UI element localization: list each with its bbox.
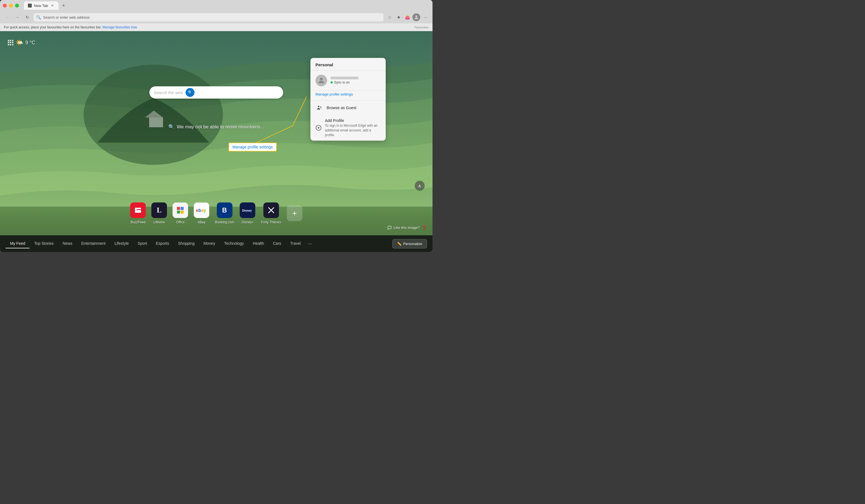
tab-bar: New Tab ✕ + [24, 1, 67, 10]
like-image-label: Like this image? [393, 225, 420, 230]
quick-link-booking[interactable]: B Booking.com [215, 202, 234, 224]
lifewire-label: Lifewire [153, 220, 165, 224]
minimize-traffic-light[interactable] [9, 4, 13, 8]
favourites-bar: For quick access, place your favourites … [0, 23, 432, 31]
tab-cars[interactable]: Cars [269, 239, 286, 248]
dropdown-title: Personal [310, 58, 386, 71]
main-content: 🌤️ 9 °C Search the web 🔍 🔍 We may not be… [0, 31, 432, 252]
personalize-button[interactable]: ✏️ Personalize [392, 239, 427, 248]
manage-profile-settings-link-dropdown[interactable]: Manage profile settings [310, 91, 386, 101]
tab-technology[interactable]: Technology [220, 239, 248, 248]
active-tab[interactable]: New Tab ✕ [24, 1, 58, 10]
tab-health[interactable]: Health [248, 239, 268, 248]
browse-as-guest-item[interactable]: Browse as Guest [310, 101, 386, 115]
add-profile-label: Add Profile [325, 118, 381, 123]
new-tab-button[interactable]: + [60, 2, 67, 10]
disney-icon: Disney + [240, 202, 255, 218]
tab-cars-label: Cars [273, 241, 281, 246]
apps-grid-icon[interactable] [8, 40, 13, 45]
svg-rect-6 [181, 207, 184, 210]
tab-entertainment-label: Entertainment [81, 241, 106, 246]
tab-esports-label: Esports [156, 241, 169, 246]
buzzfeed-icon [130, 202, 146, 218]
quick-link-ebay[interactable]: ebay eBay [194, 202, 209, 224]
address-bar[interactable]: 🔍 Search or enter web address [33, 13, 383, 21]
quick-link-office[interactable]: Office [173, 202, 188, 224]
sync-status: Sync is on [331, 81, 358, 84]
close-traffic-light[interactable] [3, 4, 7, 8]
search-submit-button[interactable]: 🔍 [186, 88, 195, 97]
quick-link-disney[interactable]: Disney + Disney+ [240, 202, 255, 224]
collections-icon[interactable]: ★ [395, 13, 402, 21]
svg-point-0 [415, 15, 417, 17]
tab-esports[interactable]: Esports [152, 239, 174, 248]
search-input-container: Search the web 🔍 [149, 86, 283, 98]
svg-text:ebay: ebay [196, 208, 206, 213]
svg-rect-7 [177, 211, 180, 213]
browser-window: New Tab ✕ + ← → ↻ 🔍 Search or enter web … [0, 0, 432, 252]
add-profile-item[interactable]: Add Profile To sign in to Microsoft Edge… [310, 115, 386, 141]
add-profile-content: Add Profile To sign in to Microsoft Edge… [325, 118, 381, 137]
tab-close-button[interactable]: ✕ [50, 3, 55, 8]
address-search-icon: 🔍 [36, 15, 41, 20]
tab-travel[interactable]: Travel [286, 239, 305, 248]
browse-as-guest-label: Browse as Guest [326, 106, 356, 110]
back-button[interactable]: ← [3, 13, 11, 21]
weather-temperature: 9 °C [25, 40, 35, 46]
tab-travel-label: Travel [290, 241, 301, 246]
tab-sport[interactable]: Sport [133, 239, 151, 248]
quick-link-lifewire[interactable]: L Lifewire [151, 202, 167, 224]
office-icon [173, 202, 188, 218]
forward-button[interactable]: → [13, 13, 21, 21]
booking-label: Booking.com [215, 220, 234, 224]
add-profile-icon [315, 124, 322, 132]
sync-dot [331, 81, 333, 83]
profile-name-bar [331, 77, 358, 79]
svg-point-16 [320, 106, 321, 107]
nav-bar: ← → ↻ 🔍 Search or enter web address ☆ ★ … [0, 11, 432, 23]
svg-rect-3 [149, 117, 163, 127]
settings-more-icon[interactable]: ⋯ [422, 13, 429, 21]
tab-money[interactable]: Money [199, 239, 220, 248]
tab-topstories[interactable]: Top Stories [30, 239, 58, 248]
traffic-lights [3, 4, 19, 8]
tab-news[interactable]: News [58, 239, 77, 248]
tab-lifestyle-label: Lifestyle [115, 241, 129, 246]
bottom-nav: My Feed Top Stories News Entertainment L… [0, 235, 432, 252]
manage-favourites-link[interactable]: Manage favourites now [103, 25, 137, 29]
svg-text:+: + [250, 209, 252, 212]
scroll-up-button[interactable]: ∧ [415, 181, 425, 191]
weather-icon: 🌤️ [15, 39, 23, 46]
svg-point-15 [318, 106, 320, 107]
quick-link-buzzfeed[interactable]: BuzzFeed [130, 202, 146, 224]
profile-button[interactable] [413, 13, 420, 21]
more-tabs-button[interactable]: ⋯ [305, 239, 315, 249]
tab-technology-label: Technology [224, 241, 244, 246]
tab-lifestyle[interactable]: Lifestyle [110, 239, 133, 248]
tab-shopping[interactable]: Shopping [174, 239, 199, 248]
fullscreen-traffic-light[interactable] [15, 4, 19, 8]
svg-rect-5 [177, 207, 180, 210]
quote-camera-icon: 🔍 We may not be able to move mountains..… [168, 124, 264, 130]
wallet-icon[interactable]: 👛 [404, 13, 411, 21]
disney-label: Disney+ [242, 220, 254, 224]
svg-rect-8 [181, 211, 184, 213]
manage-profile-callout[interactable]: Manage profile settings [229, 143, 277, 152]
tab-sport-label: Sport [138, 241, 147, 246]
weather-widget: 🌤️ 9 °C [8, 39, 35, 46]
add-quick-link-button[interactable]: + [287, 206, 302, 221]
reload-button[interactable]: ↻ [23, 13, 31, 21]
address-text: Search or enter web address [43, 15, 90, 20]
title-bar: New Tab ✕ + [0, 0, 432, 11]
dropdown-profile-row: Sync is on [310, 71, 386, 91]
dropdown-avatar [315, 75, 327, 86]
profile-dropdown: Personal Sync is on Manage profile setti… [310, 58, 386, 141]
favorites-icon[interactable]: ☆ [386, 13, 393, 21]
tab-money-label: Money [204, 241, 215, 246]
tab-entertainment[interactable]: Entertainment [77, 239, 110, 248]
like-image-button[interactable]: Like this image? ❓ [387, 225, 427, 230]
tab-myfeed[interactable]: My Feed [5, 239, 30, 248]
tab-topstories-label: Top Stories [34, 241, 54, 246]
search-box: Search the web 🔍 [149, 86, 283, 98]
quick-link-fortythieves[interactable]: Forty Thieves [261, 202, 281, 224]
